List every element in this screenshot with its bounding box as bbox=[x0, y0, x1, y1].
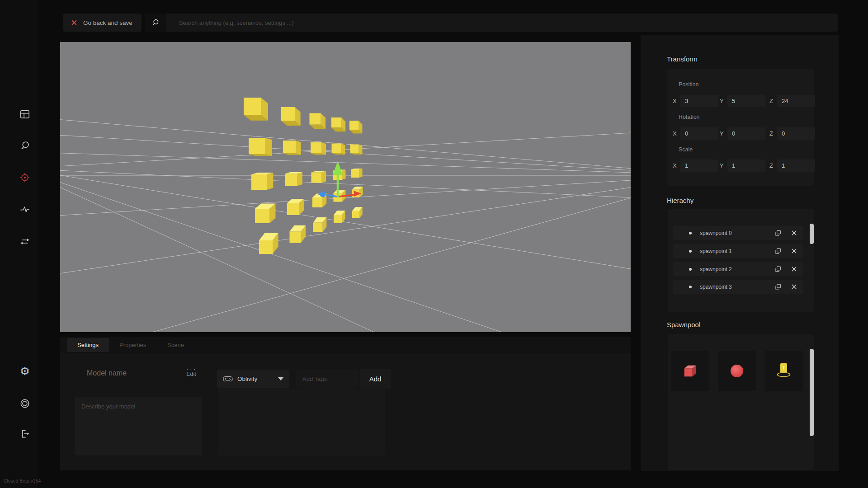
scale-label: Scale bbox=[679, 146, 693, 153]
perspective-grid bbox=[60, 119, 631, 332]
go-back-save-button[interactable]: Go back and save bbox=[63, 14, 142, 32]
delete-icon[interactable] bbox=[789, 246, 799, 256]
axis-x-label: X bbox=[673, 98, 677, 104]
axis-y-label: Y bbox=[720, 130, 724, 137]
scale-z-input[interactable] bbox=[777, 160, 815, 172]
axis-x-label: X bbox=[673, 162, 677, 169]
chevron-down-icon bbox=[278, 377, 283, 380]
hierarchy-scrollbar[interactable] bbox=[810, 224, 814, 244]
game-select-value: Oblivity bbox=[237, 375, 257, 382]
tags-panel bbox=[218, 389, 385, 455]
rotation-row: X Y Z bbox=[667, 127, 814, 140]
spawnpool-tile-red-cube[interactable] bbox=[671, 351, 709, 391]
red-x-icon bbox=[71, 19, 78, 26]
scale-row: X Y Z bbox=[667, 160, 814, 172]
spawnpool-title: Spawnpool bbox=[667, 321, 700, 328]
delete-icon[interactable] bbox=[789, 228, 799, 238]
red-sphere-icon bbox=[729, 363, 745, 379]
transfer-arrows-icon[interactable] bbox=[17, 233, 33, 249]
topbar: Go back and save bbox=[38, 0, 868, 35]
duplicate-icon[interactable] bbox=[773, 228, 783, 238]
model-name-label: Model name bbox=[87, 369, 127, 377]
bullet-icon bbox=[689, 268, 692, 271]
add-tags-input[interactable] bbox=[296, 370, 359, 388]
rotation-y-input[interactable] bbox=[727, 127, 765, 140]
search-input[interactable] bbox=[166, 14, 838, 32]
position-z-input[interactable] bbox=[777, 95, 815, 107]
axis-z-label: Z bbox=[769, 98, 773, 104]
target-icon[interactable] bbox=[17, 169, 33, 186]
position-row: X Y Z bbox=[667, 95, 814, 107]
axis-y-label: Y bbox=[720, 98, 724, 104]
hierarchy-title: Hierachy bbox=[667, 197, 693, 204]
search-icon-box[interactable] bbox=[145, 14, 166, 32]
position-y-input[interactable] bbox=[727, 95, 765, 107]
sidebar: ⚙ Closed Beta v154 bbox=[0, 0, 38, 488]
game-select-dropdown[interactable]: Oblivity bbox=[217, 370, 289, 388]
model-settings-panel: Settings Properties Scene Model name Edi… bbox=[60, 337, 631, 470]
duplicate-icon[interactable] bbox=[773, 246, 783, 256]
axis-y-label: Y bbox=[720, 162, 724, 169]
model-description-textarea[interactable] bbox=[75, 397, 202, 455]
spawnpool-scrollbar[interactable] bbox=[810, 349, 814, 436]
rotation-label: Rotation bbox=[679, 114, 700, 120]
inspector-panel: Transform Position X Y Z Rotation X Y Z … bbox=[641, 35, 839, 471]
edit-label: Edit bbox=[179, 371, 204, 377]
tab-properties[interactable]: Properties bbox=[109, 338, 156, 352]
red-cube-icon bbox=[681, 362, 699, 380]
rotation-x-input[interactable] bbox=[680, 127, 718, 140]
bullet-icon bbox=[689, 250, 692, 253]
transform-title: Transform bbox=[667, 55, 698, 63]
spawn-tee-icon: T bbox=[774, 362, 794, 380]
position-x-input[interactable] bbox=[680, 95, 718, 107]
clipped-label-artifact bbox=[185, 366, 197, 370]
hierarchy-section: spawnpoint 0 spawnpoint 1 spawnpoint 2 s… bbox=[668, 209, 814, 312]
delete-icon[interactable] bbox=[789, 282, 799, 292]
svg-text:T: T bbox=[782, 366, 785, 371]
logout-icon[interactable] bbox=[17, 426, 33, 442]
scene-canvas bbox=[60, 42, 631, 332]
back-button-label: Go back and save bbox=[83, 19, 132, 26]
record-icon[interactable] bbox=[17, 395, 33, 412]
tab-row: Settings Properties Scene bbox=[60, 337, 631, 353]
delete-icon[interactable] bbox=[789, 264, 799, 274]
search-icon bbox=[151, 18, 160, 27]
hierarchy-item[interactable]: spawnpoint 3 bbox=[673, 280, 803, 294]
scale-y-input[interactable] bbox=[727, 160, 765, 172]
transform-section: Position X Y Z Rotation X Y Z Scale X Y … bbox=[667, 69, 814, 186]
edit-button[interactable]: Edit bbox=[179, 366, 204, 377]
layout-icon[interactable] bbox=[17, 106, 33, 122]
rotation-z-input[interactable] bbox=[777, 127, 815, 140]
tab-scene[interactable]: Scene bbox=[157, 338, 194, 352]
viewport-3d[interactable] bbox=[60, 42, 631, 332]
axis-z-label: Z bbox=[769, 162, 773, 169]
pulse-icon[interactable] bbox=[17, 201, 33, 217]
spawnpool-section: T bbox=[668, 334, 814, 470]
duplicate-icon[interactable] bbox=[773, 282, 783, 292]
bullet-icon bbox=[689, 286, 692, 288]
scale-x-input[interactable] bbox=[680, 160, 718, 172]
hierarchy-item[interactable]: spawnpoint 2 bbox=[673, 262, 803, 276]
orbit-search-icon[interactable] bbox=[17, 138, 33, 154]
axis-x-label: X bbox=[673, 130, 677, 137]
add-tag-button[interactable]: Add bbox=[360, 369, 391, 389]
duplicate-icon[interactable] bbox=[773, 264, 783, 274]
gamepad-icon bbox=[223, 375, 233, 382]
hierarchy-item[interactable]: spawnpoint 1 bbox=[673, 244, 803, 258]
axis-z-label: Z bbox=[769, 130, 773, 137]
tab-settings[interactable]: Settings bbox=[67, 338, 109, 352]
hierarchy-item[interactable]: spawnpoint 0 bbox=[673, 226, 803, 240]
spawnpool-tile-red-sphere[interactable] bbox=[718, 351, 756, 391]
settings-gear-icon[interactable]: ⚙ bbox=[17, 363, 33, 379]
bullet-icon bbox=[689, 232, 692, 235]
position-label: Position bbox=[679, 81, 698, 88]
spawnpool-tile-spawn-tee[interactable]: T bbox=[765, 351, 803, 391]
version-label: Closed Beta v154 bbox=[4, 479, 41, 483]
